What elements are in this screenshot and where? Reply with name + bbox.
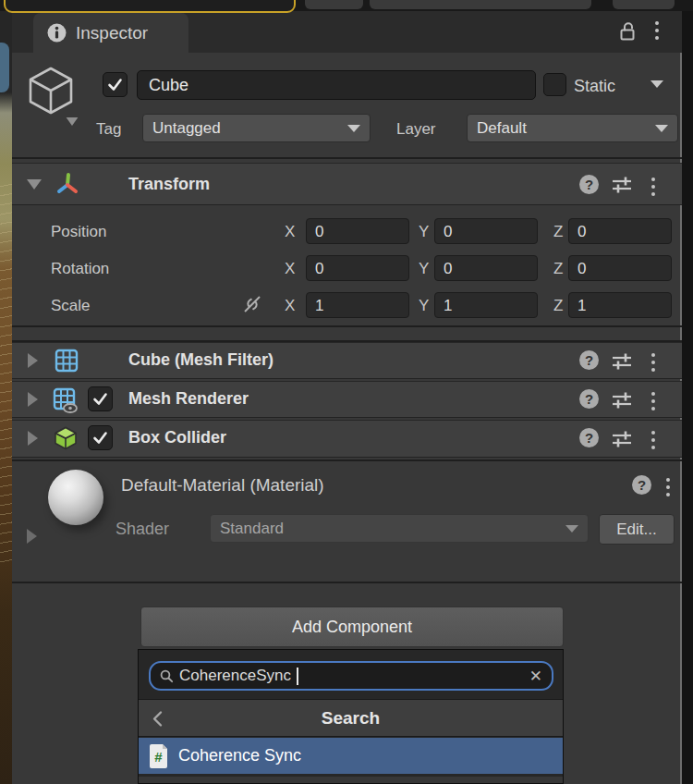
scale-y-field[interactable]: 1 (434, 292, 538, 318)
edit-material-button[interactable]: Edit... (599, 514, 675, 545)
scene-selection-fragment (0, 43, 9, 92)
rotation-x-field[interactable]: 0 (306, 255, 409, 281)
help-icon[interactable]: ? (579, 389, 599, 409)
add-component-button[interactable]: Add Component (140, 606, 564, 647)
edit-button-label: Edit... (616, 521, 656, 539)
toolbar-button[interactable] (613, 0, 675, 9)
editor-toolbar (0, 0, 693, 11)
position-label: Position (51, 223, 106, 241)
kebab-menu-icon[interactable] (650, 351, 657, 374)
add-component-popup: CoherenceSync ✕ Search # Coherence Sync … (138, 649, 564, 784)
presets-icon[interactable] (611, 429, 633, 449)
material-preview-sphere[interactable] (48, 470, 103, 525)
component-search-input[interactable]: CoherenceSync ✕ (149, 661, 553, 691)
axis-y-label: Y (419, 297, 429, 315)
presets-icon[interactable] (611, 390, 633, 410)
shader-dropdown[interactable]: Standard (210, 514, 589, 543)
toolbar-button[interactable] (305, 0, 363, 9)
material-foldout[interactable] (27, 529, 37, 544)
transform-icon (55, 171, 80, 197)
window-edge (682, 11, 693, 784)
search-icon (160, 669, 174, 683)
layer-dropdown[interactable]: Default (467, 114, 678, 142)
help-icon[interactable]: ? (632, 475, 651, 495)
link-off-icon[interactable] (240, 292, 264, 316)
rotation-y-field[interactable]: 0 (434, 255, 538, 281)
mesh-renderer-title: Mesh Renderer (128, 389, 249, 409)
axis-y-label: Y (419, 223, 429, 241)
tab-label: Inspector (76, 23, 148, 43)
box-collider-enabled-checkbox[interactable] (88, 425, 113, 450)
axis-x-label: X (285, 223, 295, 241)
gameobject-active-checkbox[interactable] (103, 72, 128, 97)
axis-z-label: Z (553, 223, 563, 241)
tag-label: Tag (96, 120, 121, 139)
check-icon (106, 76, 124, 93)
gameobject-name-field[interactable] (137, 70, 536, 100)
tag-value: Untagged (152, 119, 347, 138)
position-y-field[interactable]: 0 (434, 218, 538, 244)
box-collider-icon (53, 425, 79, 451)
result-label: Coherence Sync (178, 746, 301, 766)
check-icon (91, 429, 109, 447)
gameobject-icon-dropdown[interactable] (67, 117, 79, 126)
chevron-left-icon[interactable] (152, 710, 164, 728)
layer-label: Layer (396, 120, 436, 139)
help-icon[interactable]: ? (579, 175, 599, 194)
mesh-renderer-icon (52, 386, 79, 414)
axis-z-label: Z (553, 260, 563, 278)
box-collider-title: Box Collider (128, 428, 226, 447)
mesh-filter-icon (54, 348, 79, 374)
toolbar-button[interactable] (370, 0, 591, 9)
axis-x-label: X (285, 260, 295, 278)
kebab-menu-icon[interactable] (650, 390, 657, 412)
help-icon[interactable]: ? (579, 428, 599, 447)
tab-inspector[interactable]: Inspector (33, 13, 188, 53)
lock-open-icon[interactable] (615, 19, 639, 43)
static-dropdown-arrow[interactable] (650, 80, 663, 88)
terrain-wireframe-lines (0, 178, 12, 566)
toolbar-search-field[interactable] (4, 0, 296, 13)
tag-dropdown[interactable]: Untagged (142, 114, 371, 142)
gameobject-cube-icon[interactable] (25, 63, 77, 118)
kebab-menu-icon[interactable] (653, 19, 661, 42)
mesh-renderer-foldout[interactable] (28, 392, 38, 407)
kebab-menu-icon[interactable] (664, 476, 672, 498)
static-checkbox[interactable] (543, 73, 566, 96)
check-icon (91, 390, 109, 408)
presets-icon[interactable] (611, 175, 633, 195)
chevron-down-icon (655, 125, 668, 132)
scale-z-field[interactable]: 1 (568, 292, 672, 318)
material-title: Default-Material (Material) (121, 475, 324, 496)
rotation-label: Rotation (51, 260, 109, 278)
static-label: Static (574, 77, 615, 96)
csharp-script-icon: # (148, 743, 169, 769)
inspector-tabbar: Inspector (12, 11, 682, 53)
position-x-field[interactable]: 0 (306, 218, 409, 244)
chevron-down-icon (347, 125, 360, 132)
info-icon (46, 22, 67, 43)
axis-y-label: Y (419, 260, 429, 278)
transform-foldout[interactable] (27, 179, 42, 190)
axis-z-label: Z (553, 297, 563, 315)
shader-value: Standard (220, 520, 565, 538)
help-icon[interactable]: ? (579, 350, 599, 370)
shader-label: Shader (116, 520, 169, 539)
clear-search-icon[interactable]: ✕ (529, 667, 542, 686)
presets-icon[interactable] (611, 351, 633, 372)
search-result-coherence-sync[interactable]: # Coherence Sync (139, 738, 563, 774)
scene-view-edge (0, 11, 12, 784)
svg-text:#: # (154, 749, 163, 765)
rotation-z-field[interactable]: 0 (568, 255, 672, 281)
search-query-text: CoherenceSync (179, 667, 291, 685)
search-result-partial[interactable]: Coherence Sync Baked (139, 777, 563, 784)
position-z-field[interactable]: 0 (568, 218, 672, 244)
scale-x-field[interactable]: 1 (306, 292, 409, 318)
text-cursor (297, 668, 298, 685)
layer-value: Default (477, 119, 655, 138)
kebab-menu-icon[interactable] (650, 429, 657, 451)
kebab-menu-icon[interactable] (650, 176, 657, 198)
mesh-renderer-enabled-checkbox[interactable] (88, 386, 113, 411)
mesh-filter-foldout[interactable] (28, 353, 38, 368)
box-collider-foldout[interactable] (28, 431, 38, 446)
